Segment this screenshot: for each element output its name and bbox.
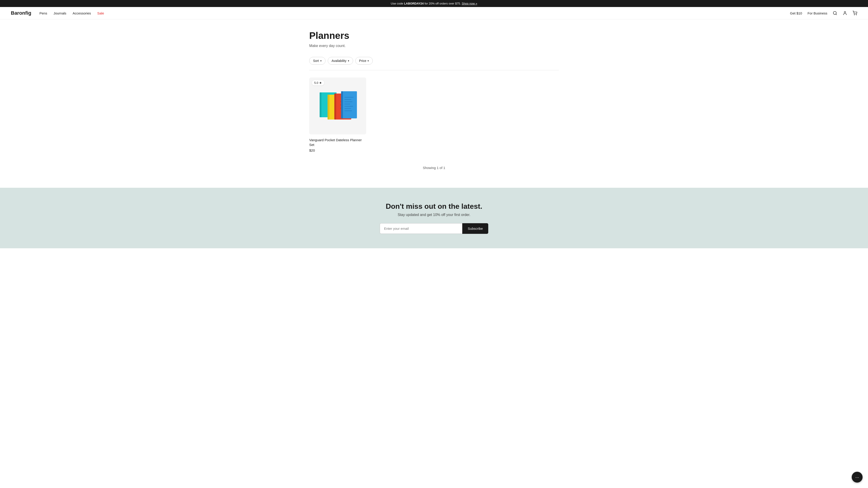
nav-right: Get $10 For Business <box>790 11 857 15</box>
nav-link-pens[interactable]: Pens <box>39 11 47 15</box>
product-image-wrap: 5.0 ★ <box>309 77 366 134</box>
nav-link-sale[interactable]: Sale <box>97 11 104 15</box>
email-input[interactable] <box>380 223 462 234</box>
user-icon <box>843 11 847 15</box>
account-button[interactable] <box>843 11 847 15</box>
page-subtitle: Make every day count. <box>309 44 559 48</box>
product-name: Vanguard Pocket Dateless Planner Set <box>309 138 366 147</box>
cart-button[interactable] <box>852 11 857 15</box>
svg-rect-27 <box>344 108 351 109</box>
for-business-link[interactable]: For Business <box>807 11 827 15</box>
search-button[interactable] <box>833 11 837 15</box>
svg-rect-23 <box>344 99 351 100</box>
sort-chevron-icon: ▾ <box>320 59 322 62</box>
product-card[interactable]: 5.0 ★ <box>309 77 366 152</box>
availability-filter-button[interactable]: Availability ▾ <box>328 57 353 65</box>
product-grid: 5.0 ★ <box>309 77 559 152</box>
price-chevron-icon: ▾ <box>368 59 369 62</box>
availability-label: Availability <box>332 59 346 63</box>
star-icon: ★ <box>319 81 322 85</box>
svg-point-4 <box>856 15 857 15</box>
svg-rect-24 <box>344 101 352 102</box>
main-nav: Baronfig Pens Journals Accessories Sale … <box>0 7 868 20</box>
newsletter-title: Don't miss out on the latest. <box>11 202 857 210</box>
filters-row: Sort ▾ Availability ▾ Price ▾ <box>309 57 559 65</box>
svg-rect-20 <box>341 91 357 119</box>
filter-divider <box>309 70 559 70</box>
svg-rect-21 <box>341 91 343 119</box>
rating-badge: 5.0 ★ <box>312 80 324 86</box>
newsletter-form: Subscribe <box>380 223 488 234</box>
svg-rect-28 <box>344 110 352 111</box>
sort-filter-button[interactable]: Sort ▾ <box>309 57 326 65</box>
availability-chevron-icon: ▾ <box>348 59 349 62</box>
nav-link-journals[interactable]: Journals <box>54 11 66 15</box>
nav-link-accessories[interactable]: Accessories <box>72 11 91 15</box>
price-label: Price <box>359 59 366 63</box>
subscribe-button[interactable]: Subscribe <box>462 223 488 234</box>
product-price: $20 <box>309 149 366 152</box>
page-content: Planners Make every day count. Sort ▾ Av… <box>298 20 569 188</box>
svg-rect-10 <box>334 94 336 120</box>
svg-point-3 <box>854 15 855 15</box>
rating-value: 5.0 <box>314 81 318 85</box>
svg-rect-22 <box>344 97 353 98</box>
showing-count: Showing 1 of 1 <box>309 166 559 170</box>
cart-icon <box>852 11 857 15</box>
svg-point-2 <box>844 11 846 13</box>
sort-label: Sort <box>313 59 319 63</box>
search-icon <box>833 11 837 15</box>
nav-links: Pens Journals Accessories Sale <box>39 11 104 15</box>
brand-logo[interactable]: Baronfig <box>11 10 31 16</box>
nav-left: Baronfig Pens Journals Accessories Sale <box>11 10 104 16</box>
get-10-link[interactable]: Get $10 <box>790 11 802 15</box>
price-filter-button[interactable]: Price ▾ <box>355 57 373 65</box>
newsletter-section: Don't miss out on the latest. Stay updat… <box>0 188 868 248</box>
svg-rect-25 <box>344 104 350 104</box>
newsletter-subtitle: Stay updated and get 10% off your first … <box>11 213 857 217</box>
page-title: Planners <box>309 30 559 41</box>
announcement-bar: Use code LABORDAY24 for 20% off orders o… <box>0 0 868 7</box>
svg-rect-6 <box>320 92 321 117</box>
shop-now-link[interactable]: Shop now » <box>462 2 477 5</box>
svg-rect-26 <box>344 106 353 107</box>
svg-line-1 <box>836 14 837 15</box>
svg-rect-8 <box>328 95 329 120</box>
announcement-text: Use code LABORDAY24 for 20% off orders o… <box>391 2 477 5</box>
product-image <box>315 84 360 129</box>
